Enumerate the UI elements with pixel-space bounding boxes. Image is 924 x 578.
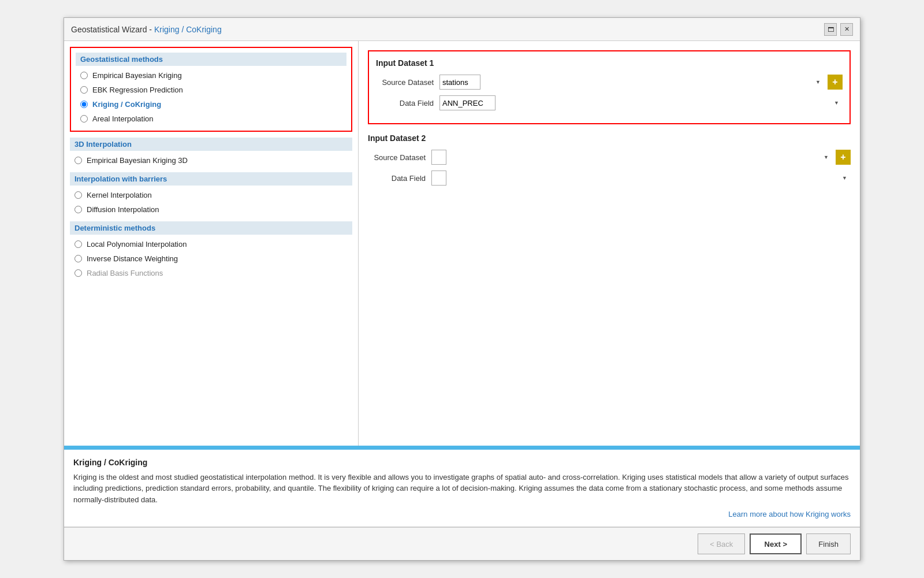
bottom-description: Kriging is the oldest and most studied g… xyxy=(73,472,851,506)
right-panel: Input Dataset 1 Source Dataset stations … xyxy=(359,41,860,446)
3d-interpolation-header: 3D Interpolation xyxy=(70,138,352,151)
window-title: Geostatistical Wizard - Kriging / CoKrig… xyxy=(71,25,222,34)
dataset1-section: Input Dataset 1 Source Dataset stations … xyxy=(368,50,851,124)
next-button[interactable]: Next > xyxy=(750,533,802,554)
methods-scroll-area[interactable]: Geostatistical methods Empirical Bayesia… xyxy=(64,41,358,446)
data-field2-select-wrapper xyxy=(431,171,851,186)
method-areal[interactable]: Areal Interpolation xyxy=(76,112,346,126)
method-diffusion[interactable]: Diffusion Interpolation xyxy=(70,202,352,217)
left-panel: Geostatistical methods Empirical Bayesia… xyxy=(64,41,359,446)
close-button[interactable]: ✕ xyxy=(840,23,853,36)
data-field1-row: Data Field ANN_PREC xyxy=(376,95,843,110)
source-dataset2-wrap: + xyxy=(431,150,851,165)
finish-button[interactable]: Finish xyxy=(806,533,851,554)
dataset1-title: Input Dataset 1 xyxy=(376,58,843,68)
back-button[interactable]: < Back xyxy=(698,533,745,554)
data-field1-wrap: ANN_PREC xyxy=(439,95,843,110)
source-dataset1-select[interactable]: stations xyxy=(439,75,480,90)
method-areal-label: Areal Interpolation xyxy=(92,114,154,123)
method-idw[interactable]: Inverse Distance Weighting xyxy=(70,251,352,266)
method-kriging-label: Kriging / CoKriging xyxy=(92,100,161,109)
deterministic-header: Deterministic methods xyxy=(70,221,352,235)
data-field1-select-wrapper: ANN_PREC xyxy=(439,95,843,110)
bottom-panel: Kriging / CoKriging Kriging is the oldes… xyxy=(64,448,860,527)
geo-methods-group: Geostatistical methods Empirical Bayesia… xyxy=(70,47,352,132)
method-local-poly[interactable]: Local Polynomial Interpolation xyxy=(70,237,352,251)
method-ebk3d[interactable]: Empirical Bayesian Kriging 3D xyxy=(70,153,352,168)
method-ebk[interactable]: Empirical Bayesian Kriging xyxy=(76,68,346,83)
method-local-poly-label: Local Polynomial Interpolation xyxy=(87,240,187,249)
method-idw-label: Inverse Distance Weighting xyxy=(87,254,178,263)
method-kriging[interactable]: Kriging / CoKriging xyxy=(76,97,346,112)
method-ebk3d-label: Empirical Bayesian Kriging 3D xyxy=(87,156,188,165)
source-dataset2-select-wrapper xyxy=(431,150,832,165)
method-ebk-label: Empirical Bayesian Kriging xyxy=(92,71,182,80)
bottom-method-title: Kriging / CoKriging xyxy=(73,458,851,467)
window-controls: 🗖 ✕ xyxy=(824,23,853,36)
method-rbf-label: Radial Basis Functions xyxy=(87,269,163,277)
dataset2-section: Input Dataset 2 Source Dataset + Data Fi… xyxy=(368,134,851,186)
source-dataset1-select-wrapper: stations xyxy=(439,75,824,90)
source-dataset1-label: Source Dataset xyxy=(376,78,439,87)
main-window: Geostatistical Wizard - Kriging / CoKrig… xyxy=(64,17,860,561)
source-dataset2-select[interactable] xyxy=(431,150,446,165)
data-field2-row: Data Field xyxy=(368,171,851,186)
method-kernel[interactable]: Kernel Interpolation xyxy=(70,188,352,202)
barriers-header: Interpolation with barriers xyxy=(70,172,352,186)
data-field2-label: Data Field xyxy=(368,174,431,183)
data-field1-label: Data Field xyxy=(376,99,439,108)
data-field2-select[interactable] xyxy=(431,171,446,186)
learn-more-link[interactable]: Learn more about how Kriging works xyxy=(73,510,851,518)
method-rbf[interactable]: Radial Basis Functions xyxy=(70,266,352,280)
source-dataset2-row: Source Dataset + xyxy=(368,150,851,165)
geo-methods-header: Geostatistical methods xyxy=(76,53,346,66)
add-dataset1-button[interactable]: + xyxy=(828,75,843,90)
data-field1-select[interactable]: ANN_PREC xyxy=(439,95,495,110)
source-dataset1-wrap: stations + xyxy=(439,75,843,90)
source-dataset1-row: Source Dataset stations + xyxy=(376,75,843,90)
restore-button[interactable]: 🗖 xyxy=(824,23,837,36)
content-area: Geostatistical methods Empirical Bayesia… xyxy=(64,41,860,446)
titlebar: Geostatistical Wizard - Kriging / CoKrig… xyxy=(64,18,860,41)
method-kernel-label: Kernel Interpolation xyxy=(87,191,152,199)
method-ebk-reg[interactable]: EBK Regression Prediction xyxy=(76,83,346,97)
dataset2-title: Input Dataset 2 xyxy=(368,134,851,143)
data-field2-wrap xyxy=(431,171,851,186)
method-ebk-reg-label: EBK Regression Prediction xyxy=(92,86,183,94)
footer: < Back Next > Finish xyxy=(64,527,860,560)
add-dataset2-button[interactable]: + xyxy=(836,150,851,165)
source-dataset2-label: Source Dataset xyxy=(368,153,431,162)
method-diffusion-label: Diffusion Interpolation xyxy=(87,205,159,214)
